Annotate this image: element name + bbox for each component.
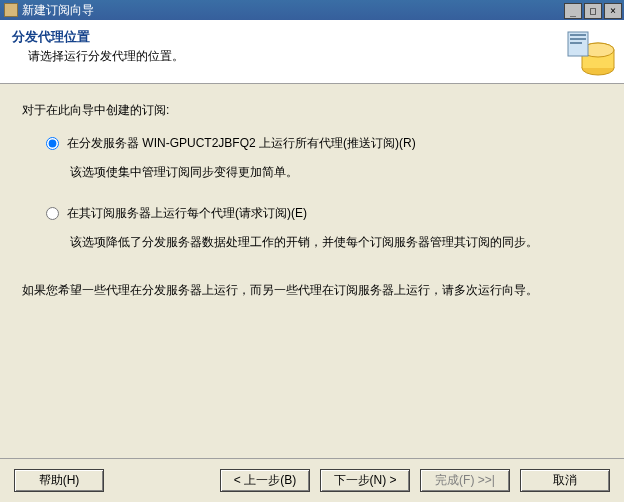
wizard-header: 分发代理位置 请选择运行分发代理的位置。 — [0, 20, 624, 84]
wizard-content: 对于在此向导中创建的订阅: 在分发服务器 WIN-GPUCT2JBFQ2 上运行… — [0, 84, 624, 458]
option-pull-label: 在其订阅服务器上运行每个代理(请求订阅)(E) — [67, 205, 307, 222]
option-pull-radio[interactable] — [46, 207, 59, 220]
finish-button: 完成(F) >>| — [420, 469, 510, 492]
option-pull-desc: 该选项降低了分发服务器数据处理工作的开销，并使每个订阅服务器管理其订阅的同步。 — [70, 234, 602, 251]
minimize-button[interactable]: _ — [564, 3, 582, 19]
option-push-desc: 该选项使集中管理订阅同步变得更加简单。 — [70, 164, 602, 181]
cancel-button[interactable]: 取消 — [520, 469, 610, 492]
titlebar: 新建订阅向导 _ □ × — [0, 0, 624, 20]
back-button[interactable]: < 上一步(B) — [220, 469, 310, 492]
option-push: 在分发服务器 WIN-GPUCT2JBFQ2 上运行所有代理(推送订阅)(R) … — [46, 135, 602, 181]
footer-note: 如果您希望一些代理在分发服务器上运行，而另一些代理在订阅服务器上运行，请多次运行… — [22, 281, 602, 300]
page-subtitle: 请选择运行分发代理的位置。 — [12, 48, 612, 65]
option-pull-row[interactable]: 在其订阅服务器上运行每个代理(请求订阅)(E) — [46, 205, 602, 222]
wizard-icon — [564, 28, 616, 76]
wizard-button-bar: 帮助(H) < 上一步(B) 下一步(N) > 完成(F) >>| 取消 — [0, 458, 624, 502]
option-push-row[interactable]: 在分发服务器 WIN-GPUCT2JBFQ2 上运行所有代理(推送订阅)(R) — [46, 135, 602, 152]
svg-rect-4 — [570, 38, 586, 40]
close-button[interactable]: × — [604, 3, 622, 19]
window-buttons: _ □ × — [564, 2, 624, 19]
option-push-label: 在分发服务器 WIN-GPUCT2JBFQ2 上运行所有代理(推送订阅)(R) — [67, 135, 416, 152]
maximize-button[interactable]: □ — [584, 3, 602, 19]
option-push-radio[interactable] — [46, 137, 59, 150]
window-title: 新建订阅向导 — [22, 2, 564, 19]
intro-text: 对于在此向导中创建的订阅: — [22, 102, 602, 119]
option-pull: 在其订阅服务器上运行每个代理(请求订阅)(E) 该选项降低了分发服务器数据处理工… — [46, 205, 602, 251]
help-button[interactable]: 帮助(H) — [14, 469, 104, 492]
next-button[interactable]: 下一步(N) > — [320, 469, 410, 492]
app-icon — [4, 3, 18, 17]
page-title: 分发代理位置 — [12, 28, 612, 46]
svg-rect-3 — [570, 34, 586, 36]
svg-rect-5 — [570, 42, 582, 44]
